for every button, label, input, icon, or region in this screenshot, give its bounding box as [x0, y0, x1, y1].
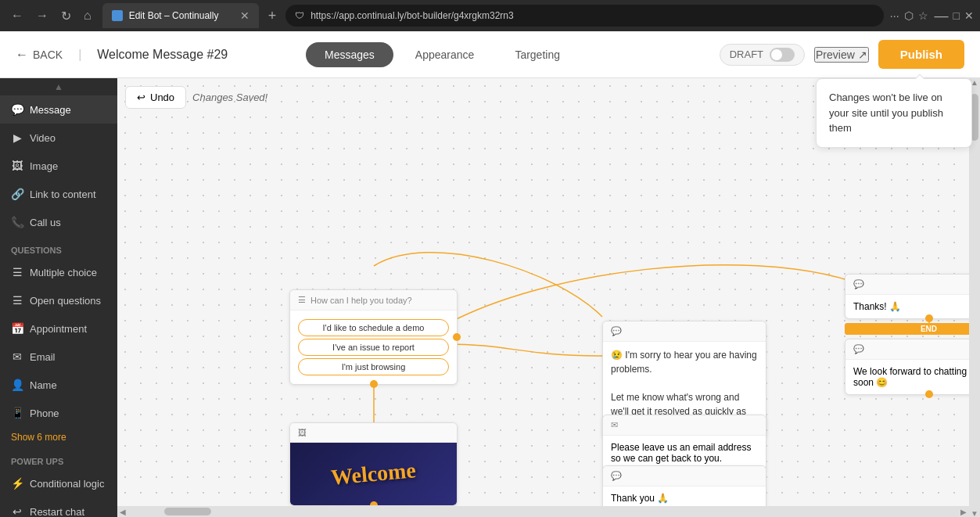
- power-ups-label: Power Ups: [0, 447, 117, 469]
- connections-svg: [117, 113, 969, 506]
- bookmark-icon[interactable]: ☆: [918, 9, 928, 22]
- home-button[interactable]: ⌂: [79, 5, 96, 26]
- email-request-text: Please leave us an email address so we c…: [611, 442, 751, 464]
- sidebar-item-label: Call us: [30, 217, 61, 228]
- back-button[interactable]: ← BACK: [16, 48, 63, 62]
- undo-button[interactable]: ↩ Undo: [125, 86, 186, 109]
- sidebar-item-call-us[interactable]: 📞 Call us: [0, 208, 117, 236]
- flow-canvas[interactable]: ☰ How can I help you today? I'd like to …: [117, 113, 969, 506]
- preview-button[interactable]: Preview ↗: [814, 47, 869, 63]
- scroll-track-v[interactable]: [971, 86, 978, 509]
- phone-q-icon: 📱: [11, 407, 23, 419]
- sidebar-item-link-to-content[interactable]: 🔗 Link to content: [0, 180, 117, 208]
- multiple-choice-icon: ☰: [11, 266, 23, 278]
- show-more-button[interactable]: Show 6 more: [0, 427, 117, 447]
- draft-label: DRAFT: [730, 48, 763, 60]
- preview-label: Preview: [816, 48, 855, 61]
- sorry-icon: 💬: [611, 326, 622, 336]
- appointment-icon: 📅: [11, 322, 23, 335]
- sidebar-item-phone[interactable]: 📱 Phone: [0, 399, 117, 427]
- canvas-toolbar: ↩ Undo Changes Saved!: [125, 86, 267, 109]
- sidebar-item-multiple-choice[interactable]: ☰ Multiple choice: [0, 258, 117, 286]
- minimize-icon[interactable]: —: [935, 8, 949, 24]
- tab-messages[interactable]: Messages: [306, 42, 393, 67]
- phone-icon: 📞: [11, 216, 23, 228]
- browser-actions: ··· ⬡ ☆: [890, 9, 928, 22]
- undo-label: Undo: [150, 92, 174, 103]
- header-divider: |: [78, 48, 81, 62]
- thanks-node[interactable]: 💬 Thanks! 🙏: [845, 274, 969, 319]
- look-forward-node[interactable]: 💬 We look forward to chatting with you s…: [845, 339, 969, 395]
- video-icon: ▶: [11, 131, 23, 144]
- tab-appearance[interactable]: Appearance: [397, 42, 494, 67]
- scroll-down-arrow[interactable]: ▼: [971, 509, 978, 517]
- publish-button[interactable]: Publish: [878, 40, 964, 69]
- sidebar-item-message[interactable]: 💬 Message: [0, 95, 117, 124]
- choice-browsing[interactable]: I'm just browsing: [298, 358, 449, 375]
- sidebar-item-label: Restart chat: [30, 506, 84, 518]
- toggle-knob: [771, 49, 782, 60]
- look-forward-icon: 💬: [853, 344, 864, 354]
- node-list-icon: ☰: [298, 295, 306, 305]
- sidebar-item-label: Email: [30, 351, 56, 363]
- sidebar-item-label: Conditional logic: [30, 478, 104, 490]
- choice-schedule-demo[interactable]: I'd like to schedule a demo: [298, 319, 449, 336]
- email-icon: ✉: [11, 350, 23, 363]
- toggle-switch[interactable]: [770, 48, 795, 62]
- tab-close-button[interactable]: ✕: [240, 9, 249, 22]
- sidebar-scroll-up[interactable]: ▲: [0, 78, 117, 95]
- forward-nav-button[interactable]: →: [31, 5, 53, 26]
- sidebar-item-name[interactable]: 👤 Name: [0, 371, 117, 399]
- sidebar-item-label: Video: [30, 132, 56, 144]
- scroll-right-arrow[interactable]: ▶: [958, 506, 969, 517]
- browser-tab[interactable]: Edit Bot – Continually ✕: [102, 3, 259, 28]
- sidebar-item-label: Appointment: [30, 323, 87, 335]
- conditional-logic-icon: ⚡: [11, 477, 23, 490]
- tab-targeting[interactable]: Targeting: [496, 42, 579, 67]
- how-can-i-help-node[interactable]: ☰ How can I help you today? I'd like to …: [289, 289, 458, 385]
- draft-toggle[interactable]: DRAFT: [720, 44, 805, 66]
- back-arrow-icon: ←: [16, 48, 28, 62]
- canvas-scroll-horizontal[interactable]: ◀ ▶: [117, 506, 969, 517]
- browser-chrome: ← → ↻ ⌂ Edit Bot – Continually ✕ + 🛡 htt…: [0, 0, 980, 31]
- tab-title: Edit Bot – Continually: [129, 10, 219, 21]
- window-close-icon[interactable]: ✕: [964, 9, 974, 22]
- choice-issue-report[interactable]: I've an issue to report: [298, 339, 449, 356]
- url-text: https://app.continual.ly/bot-builder/g4x…: [311, 10, 513, 21]
- connector-bottom: [370, 380, 378, 388]
- pocket-icon[interactable]: ⬡: [904, 9, 914, 22]
- look-forward-text: We look forward to chatting with you soo…: [853, 366, 969, 388]
- maximize-icon[interactable]: □: [953, 9, 960, 22]
- sidebar: ▲ 💬 Message ▶ Video 🖼 Image 🔗 Link to co…: [0, 78, 117, 517]
- sidebar-item-open-questions[interactable]: ☰ Open questions: [0, 286, 117, 314]
- sidebar-item-restart-chat[interactable]: ↩ Restart chat: [0, 497, 117, 517]
- more-options-icon[interactable]: ···: [890, 9, 899, 22]
- image-icon: 🖼: [11, 160, 23, 172]
- scroll-thumb-h[interactable]: [164, 508, 211, 515]
- sidebar-item-conditional-logic[interactable]: ⚡ Conditional logic: [0, 469, 117, 497]
- back-nav-button[interactable]: ←: [6, 5, 28, 26]
- email-request-node[interactable]: ✉ Please leave us an email address so we…: [602, 415, 766, 471]
- changes-saved-text: Changes Saved!: [192, 92, 267, 103]
- sidebar-item-appointment[interactable]: 📅 Appointment: [0, 314, 117, 343]
- publish-tooltip: Changes won't be live on your site until…: [816, 78, 972, 148]
- message-icon: 💬: [11, 103, 23, 116]
- questions-section-label: Questions: [0, 236, 117, 258]
- node-header-text: How can I help you today?: [311, 296, 412, 305]
- tab-favicon: [112, 10, 123, 21]
- image-node[interactable]: 🖼 Welcome: [289, 422, 458, 506]
- name-icon: 👤: [11, 379, 23, 391]
- address-bar[interactable]: 🛡 https://app.continual.ly/bot-builder/g…: [285, 5, 884, 27]
- tooltip-arrow: [914, 73, 924, 79]
- sidebar-item-image[interactable]: 🖼 Image: [0, 152, 117, 180]
- sidebar-item-label: Message: [30, 104, 71, 116]
- refresh-button[interactable]: ↻: [56, 5, 76, 27]
- scroll-left-arrow[interactable]: ◀: [117, 506, 128, 517]
- back-label: BACK: [33, 48, 63, 61]
- sidebar-item-video[interactable]: ▶ Video: [0, 124, 117, 152]
- thank-you-text: Thank you 🙏: [611, 493, 669, 504]
- new-tab-button[interactable]: +: [265, 5, 280, 27]
- sidebar-item-email[interactable]: ✉ Email: [0, 343, 117, 371]
- thank-you-node[interactable]: 💬 Thank you 🙏: [602, 465, 766, 506]
- end-badge-right: END: [845, 323, 969, 335]
